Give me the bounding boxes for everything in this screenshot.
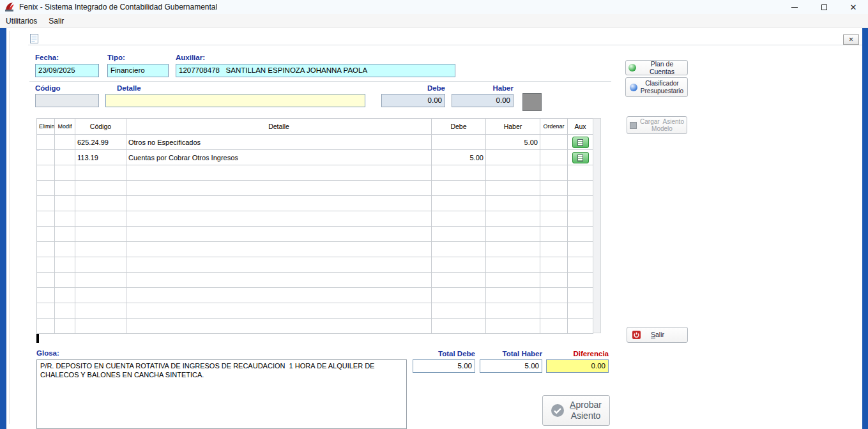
minimize-icon [791,7,798,8]
green-sphere-icon [628,64,636,72]
detalle-entry-label: Detalle [117,84,141,92]
aux-detail-button[interactable] [572,152,589,163]
col-detalle: Detalle [126,119,432,135]
auxiliar-field[interactable]: 1207708478 SANTILLAN ESPINOZA JOHANNA PA… [176,64,455,77]
gray-square-icon [630,122,637,129]
diferencia-value: 0.00 [546,359,609,373]
maximize-icon [821,4,827,10]
window-edge-left [0,28,6,429]
grid-row[interactable] [37,303,593,319]
grid-row[interactable] [37,288,593,303]
app-logo-icon [4,2,15,12]
fields-separator [29,81,611,82]
menu-salir[interactable]: Salir [43,14,70,27]
salir-label: Salir [651,331,664,338]
power-icon [632,331,641,339]
document-icon [577,154,583,162]
grid-body: 625.24.99Otros no Especificados5.00113.1… [37,135,593,334]
left-panel-divider [9,31,10,424]
aprobar-asiento-button[interactable]: Aprobar Asiento [542,395,610,426]
menubar: Utilitarios Salir [0,14,868,28]
grid-row[interactable] [37,227,593,242]
cargar-label-line1: Cargar Asiento [640,118,684,126]
check-circle-icon [551,403,565,418]
grid-header-row: Elimin Modif Código Detalle Debe Haber O… [37,119,593,135]
col-modif: Modif [55,119,75,135]
clasificador-label-line2: Presupuestario [641,87,683,95]
cargar-label-line2: Modelo [640,125,684,133]
grid-row[interactable] [37,319,593,334]
minimize-button[interactable] [780,0,809,14]
total-debe-value: 5.00 [413,359,475,373]
aprobar-label-line1: Aprobar [570,400,602,410]
aprobar-label-line2: Asiento [570,410,602,421]
form-close-button[interactable]: ✕ [843,34,859,45]
codigo-entry-label: Código [35,84,61,92]
window-edge-right [862,28,868,429]
glosa-label: Glosa: [36,349,59,357]
header-separator [28,45,862,45]
haber-entry-label: Haber [452,84,514,92]
grid-row[interactable] [37,242,593,257]
window-controls: ✕ [780,0,868,14]
grid-caret [36,334,39,343]
haber-entry-field[interactable]: 0.00 [452,94,514,107]
col-elimin: Elimin [37,119,55,135]
cargar-asiento-modelo-button[interactable]: Cargar Asiento Modelo [627,116,687,134]
grid-row[interactable]: 625.24.99Otros no Especificados5.00 [37,135,593,150]
grid-vertical-scrollbar[interactable] [593,118,601,333]
aux-detail-button[interactable] [572,137,589,148]
codigo-entry-field[interactable] [35,94,99,107]
maximize-button[interactable] [809,0,839,14]
fecha-field[interactable]: 23/09/2025 [35,64,99,77]
form-close-icon: ✕ [849,36,854,43]
grid-row[interactable] [37,257,593,273]
total-haber-value: 5.00 [480,359,542,373]
debe-entry-label: Debe [381,84,445,92]
grid-row[interactable] [37,196,593,211]
fecha-label: Fecha: [35,54,59,61]
col-debe: Debe [432,119,486,135]
clasificador-label-line1: Clasificador [641,80,683,87]
app-window: Fenix - Sistema Integrado de Contabilida… [0,0,868,429]
auxiliar-label: Auxiliar: [176,54,205,61]
debe-entry-field[interactable]: 0.00 [381,94,445,107]
document-icon [577,139,583,146]
grid-row[interactable] [37,181,593,196]
tipo-field[interactable]: Financiero [107,64,169,77]
plan-de-cuentas-button[interactable]: Plan de Cuentas [625,60,688,75]
entry-action-button[interactable] [522,93,542,111]
close-button[interactable]: ✕ [839,0,868,14]
titlebar: Fenix - Sistema Integrado de Contabilida… [0,0,868,14]
window-title: Fenix - Sistema Integrado de Contabilida… [19,3,217,11]
diferencia-label: Diferencia [546,350,609,358]
grid-row[interactable] [37,211,593,227]
detalle-entry-field[interactable] [105,94,365,107]
entries-grid: Elimin Modif Código Detalle Debe Haber O… [36,118,593,334]
tipo-label: Tipo: [107,54,125,61]
total-debe-label: Total Debe [413,350,475,358]
blue-sphere-icon [630,84,637,91]
glosa-field[interactable]: P/R. DEPOSITO EN CUENTA ROTATIVA DE INGR… [36,359,407,429]
clasificador-presupuestario-button[interactable]: Clasificador Presupuestario [625,77,688,97]
plan-de-cuentas-label: Plan de Cuentas [639,60,685,75]
close-icon: ✕ [850,3,857,11]
menu-utilitarios[interactable]: Utilitarios [0,14,43,27]
col-ordenar: Ordenar [540,119,568,135]
grid-row[interactable]: 113.19Cuentas por Cobrar Otros Ingresos5… [37,150,593,165]
col-haber: Haber [486,119,540,135]
total-haber-label: Total Haber [480,350,542,358]
grid-row[interactable] [37,273,593,288]
col-aux: Aux [568,119,593,135]
grid-row[interactable] [37,165,593,181]
col-codigo: Código [75,119,126,135]
salir-button[interactable]: Salir [627,327,688,343]
